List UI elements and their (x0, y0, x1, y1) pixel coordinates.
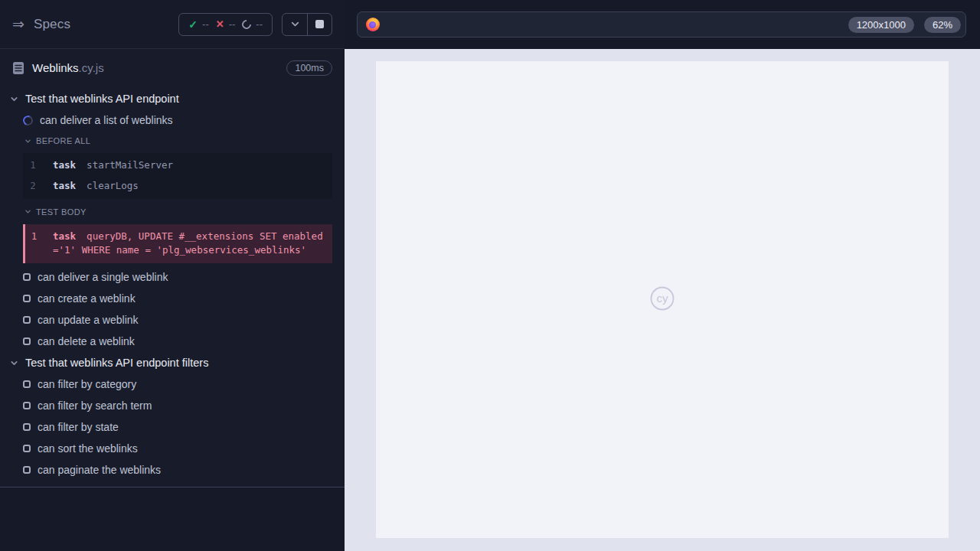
test-item[interactable]: can filter by category (0, 373, 345, 395)
viewport-size-badge[interactable]: 1200x1000 (848, 17, 914, 33)
command-log: 1taskqueryDB, UPDATE #__extensions SET e… (23, 224, 332, 264)
url-bar[interactable]: 1200x1000 62% (357, 11, 966, 37)
reporter-header: ⇒ Specs ✓ -- ✕ -- -- (0, 0, 345, 49)
test-tree: Test that weblinks API endpointcan deliv… (0, 83, 345, 481)
chevron-down-icon (10, 359, 18, 367)
stop-run-button[interactable] (307, 14, 332, 35)
watermark-text: cy (657, 292, 669, 305)
preview-header: 1200x1000 62% (345, 0, 980, 49)
command-row[interactable]: 1taskstartMailServer (23, 155, 332, 176)
command-method: task (53, 159, 76, 171)
pending-test-icon (23, 316, 31, 324)
chevron-down-icon (24, 208, 31, 215)
firefox-browser-icon (366, 18, 380, 31)
test-title: can filter by state (38, 421, 119, 433)
test-stats: ✓ -- ✕ -- -- (178, 13, 273, 36)
passed-check-icon: ✓ (188, 18, 198, 31)
preview-pane: 1200x1000 62% cy (345, 0, 980, 551)
viewport-area: cy (345, 49, 980, 551)
passed-count: -- (202, 18, 209, 30)
command-text: taskclearLogs (53, 179, 139, 194)
app-under-test-frame[interactable]: cy (376, 61, 949, 538)
test-title: can update a weblink (38, 314, 139, 326)
sidebar-toggle-icon[interactable]: ⇒ (12, 17, 24, 31)
stat-failed: ✕ -- (216, 18, 236, 30)
test-item[interactable]: can sort the weblinks (0, 438, 345, 459)
test-item[interactable]: can filter by state (0, 416, 345, 438)
chevron-down-icon (10, 95, 18, 103)
collapse-all-button[interactable] (283, 14, 307, 35)
pending-circle-icon (240, 18, 253, 31)
pending-test-icon (23, 402, 31, 409)
test-title: can filter by search term (38, 399, 152, 412)
stat-passed: ✓ -- (188, 18, 208, 31)
test-item[interactable]: can deliver a list of weblinks (0, 109, 345, 131)
hook-name: TEST BODY (36, 207, 87, 217)
test-title: can deliver a list of weblinks (40, 114, 173, 126)
test-title: can paginate the weblinks (38, 464, 161, 476)
chevron-down-icon (24, 138, 31, 145)
spec-extension: .cy.js (79, 61, 104, 74)
command-number: 1 (25, 230, 43, 259)
pending-test-icon (23, 445, 31, 452)
test-item[interactable]: can deliver a single weblink (0, 266, 345, 288)
spec-duration-badge: 100ms (286, 60, 332, 76)
test-title: can sort the weblinks (38, 442, 138, 455)
chevron-down-icon (290, 19, 300, 29)
test-item[interactable]: can update a weblink (0, 309, 345, 331)
pending-test-icon (23, 380, 31, 388)
spec-name: Weblinks.cy.js (32, 61, 104, 75)
command-text: taskqueryDB, UPDATE #__extensions SET en… (53, 230, 324, 259)
test-title: can delete a weblink (38, 335, 135, 347)
spec-basename: Weblinks (32, 61, 79, 74)
command-text: taskstartMailServer (53, 158, 173, 173)
run-controls (282, 13, 332, 36)
failed-x-icon: ✕ (216, 18, 224, 30)
cypress-logo-watermark: cy (645, 283, 679, 317)
command-number: 2 (23, 179, 43, 194)
pending-test-icon (23, 295, 31, 302)
hook-header[interactable]: BEFORE ALL (0, 131, 345, 151)
suite-item[interactable]: Test that weblinks API endpoint (0, 88, 345, 109)
test-item[interactable]: can delete a weblink (0, 331, 345, 352)
hook-header[interactable]: TEST BODY (0, 202, 345, 222)
hook-name: BEFORE ALL (36, 136, 90, 145)
pending-test-icon (23, 423, 31, 431)
test-item[interactable]: can create a weblink (0, 288, 345, 309)
stop-icon (315, 20, 324, 28)
command-method: task (53, 180, 76, 191)
test-title: can deliver a single weblink (38, 271, 168, 283)
zoom-level-badge: 62% (924, 17, 961, 33)
specs-title: Specs (34, 17, 70, 32)
suite-title: Test that weblinks API endpoint filters (25, 357, 208, 369)
sidebar-filler (0, 487, 345, 551)
pending-test-icon (23, 273, 31, 281)
test-item[interactable]: can filter by search term (0, 395, 345, 416)
command-log: 1taskstartMailServer2taskclearLogs (23, 153, 332, 199)
test-title: can create a weblink (38, 292, 136, 305)
spec-file-icon (12, 61, 24, 75)
stat-pending: -- (242, 18, 263, 30)
reporter-sidebar: ⇒ Specs ✓ -- ✕ -- -- (0, 0, 345, 551)
test-title: can filter by category (38, 378, 136, 390)
failed-count: -- (229, 18, 236, 30)
test-item[interactable]: can paginate the weblinks (0, 459, 345, 481)
pending-count: -- (256, 18, 263, 30)
command-row[interactable]: 1taskqueryDB, UPDATE #__extensions SET e… (25, 227, 332, 262)
suite-item[interactable]: Test that weblinks API endpoint filters (0, 352, 345, 373)
command-row[interactable]: 2taskclearLogs (23, 176, 332, 197)
command-number: 1 (23, 158, 43, 173)
pending-test-icon (23, 337, 31, 345)
suite-title: Test that weblinks API endpoint (25, 93, 179, 105)
command-method: task (53, 230, 76, 242)
spec-file-row[interactable]: Weblinks.cy.js 100ms (0, 49, 345, 83)
running-spinner-icon (21, 114, 34, 127)
pending-test-icon (23, 466, 31, 474)
